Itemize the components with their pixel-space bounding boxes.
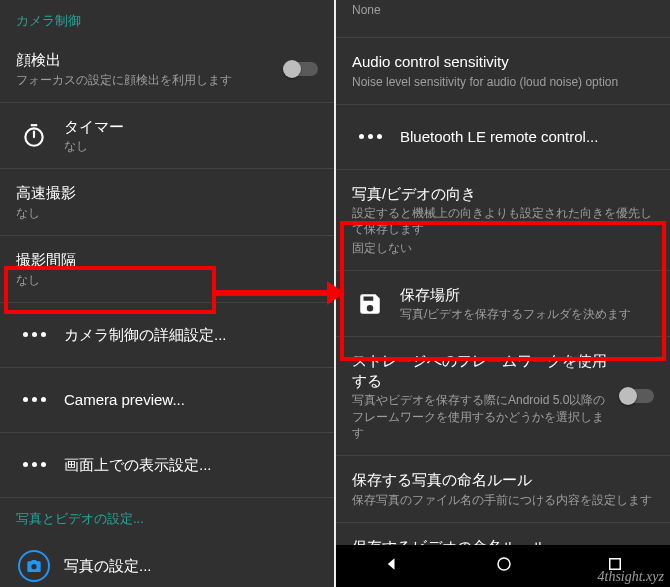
video-name-title: 保存するビデオの命名ルール (352, 537, 654, 545)
nav-back[interactable] (382, 554, 402, 578)
row-audio-sensitivity[interactable]: Audio control sensitivity Noise level se… (336, 38, 670, 105)
face-detect-sub: フォーカスの設定に顔検出を利用します (16, 72, 276, 88)
camera-preview-label: Camera preview... (64, 390, 318, 410)
none-sub: None (352, 2, 654, 18)
orient-sub2: 固定しない (352, 240, 654, 256)
timer-icon (16, 118, 52, 154)
camera-more-label: カメラ制御の詳細設定... (64, 325, 318, 345)
storage-switch[interactable] (620, 389, 654, 403)
storage-title: ストレージへのフレームワークを使用する (352, 351, 612, 390)
storage-sub: 写真やビデオを保存する際にAndroid 5.0以降のフレームワークを使用するか… (352, 392, 612, 441)
watermark: 4thsight.xyz (598, 569, 665, 585)
row-none[interactable]: None (336, 0, 670, 38)
red-arrow (215, 278, 345, 308)
row-ble-remote[interactable]: Bluetooth LE remote control... (336, 105, 670, 170)
svg-point-6 (498, 558, 510, 570)
photo-name-sub: 保存写真のファイル名の手前につける内容を設定します (352, 492, 654, 508)
section-header-camera-control: カメラ制御 (0, 0, 334, 36)
interval-title: 撮影間隔 (16, 250, 318, 270)
timer-sub: なし (64, 138, 318, 154)
save-icon (352, 286, 388, 322)
row-face-detect[interactable]: 顔検出 フォーカスの設定に顔検出を利用します (0, 36, 334, 103)
save-title: 保存場所 (400, 285, 654, 305)
row-orientation[interactable]: 写真/ビデオの向き 設定すると機械上の向きよりも設定された向きを優先して保存しま… (336, 170, 670, 271)
nav-home[interactable] (495, 555, 513, 577)
more-icon (16, 382, 52, 418)
display-settings-label: 画面上での表示設定... (64, 455, 318, 475)
row-timer[interactable]: タイマー なし (0, 103, 334, 170)
camera-icon (16, 548, 52, 584)
audio-sub: Noise level sensitivity for audio (loud … (352, 74, 654, 90)
more-icon (16, 447, 52, 483)
row-save-location[interactable]: 保存場所 写真/ビデオを保存するフォルダを決めます (336, 271, 670, 338)
row-camera-preview[interactable]: Camera preview... (0, 368, 334, 433)
row-camera-more[interactable]: カメラ制御の詳細設定... (0, 303, 334, 368)
row-video-naming[interactable]: 保存するビデオの命名ルール 保存ビデオのファイル名の手前につける内容を設定します (336, 523, 670, 545)
row-storage-framework[interactable]: ストレージへのフレームワークを使用する 写真やビデオを保存する際にAndroid… (336, 337, 670, 456)
photo-settings-label: 写真の設定... (64, 556, 318, 576)
face-detect-title: 顔検出 (16, 50, 276, 70)
more-icon (16, 317, 52, 353)
face-detect-switch[interactable] (284, 62, 318, 76)
photo-name-title: 保存する写真の命名ルール (352, 470, 654, 490)
svg-rect-7 (609, 559, 620, 570)
save-sub: 写真/ビデオを保存するフォルダを決めます (400, 306, 654, 322)
highspeed-sub: なし (16, 205, 318, 221)
row-photo-naming[interactable]: 保存する写真の命名ルール 保存写真のファイル名の手前につける内容を設定します (336, 456, 670, 523)
row-display-settings[interactable]: 画面上での表示設定... (0, 433, 334, 498)
timer-title: タイマー (64, 117, 318, 137)
row-highspeed[interactable]: 高速撮影 なし (0, 169, 334, 236)
audio-title: Audio control sensitivity (352, 52, 654, 72)
right-screen: None Audio control sensitivity Noise lev… (336, 0, 670, 587)
highspeed-title: 高速撮影 (16, 183, 318, 203)
section-header-photo-video: 写真とビデオの設定... (0, 498, 334, 534)
row-photo-settings[interactable]: 写真の設定... (0, 534, 334, 587)
orient-sub1: 設定すると機械上の向きよりも設定された向きを優先して保存します (352, 205, 654, 237)
orient-title: 写真/ビデオの向き (352, 184, 654, 204)
more-icon (352, 119, 388, 155)
ble-title: Bluetooth LE remote control... (400, 127, 654, 147)
